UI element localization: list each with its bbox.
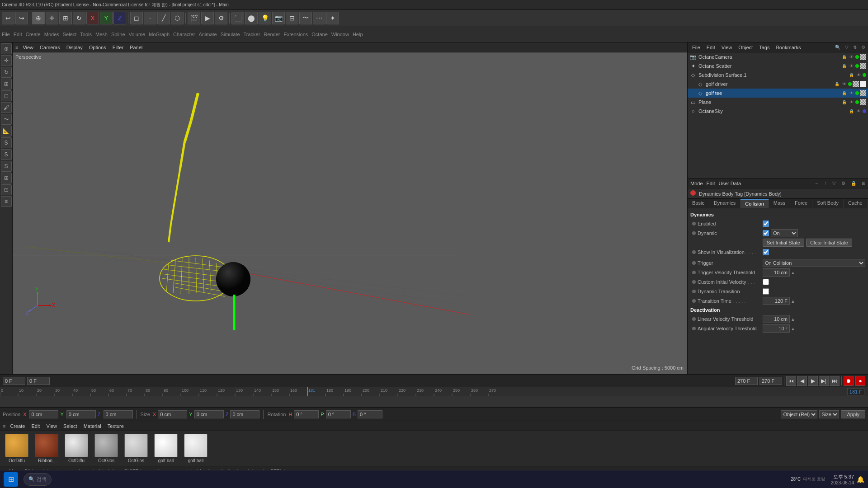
scene-config-icon[interactable]: ⚙ [861, 45, 865, 50]
mat-create-menu[interactable]: Create [8, 423, 27, 429]
sphere-btn[interactable]: ⬤ [245, 12, 258, 24]
goto-end-btn[interactable]: ⏭ [830, 376, 840, 386]
x-size-input[interactable] [158, 410, 187, 418]
scene-item-golftee[interactable]: ◇ golf tee 🔒 👁 [688, 89, 868, 98]
coord-space-select[interactable]: Size [819, 410, 839, 418]
viewport-display-menu[interactable]: Display [65, 45, 85, 50]
tab-collision[interactable]: Collision [741, 199, 769, 208]
left-icon-scale[interactable]: ⊞ [1, 79, 12, 89]
mat-item-0[interactable]: OctDiffu [3, 434, 31, 463]
left-icon-move[interactable]: ✛ [1, 55, 12, 66]
transition-time-input[interactable] [763, 297, 790, 305]
spline-btn[interactable]: 〜 [299, 12, 312, 24]
props-config-icon[interactable]: ⚙ [841, 181, 845, 186]
left-icon-rotate[interactable]: ↻ [1, 67, 12, 78]
left-icon-measure[interactable]: 📐 [1, 126, 12, 136]
menu-volume[interactable]: Volume [129, 32, 146, 37]
left-icon-layer[interactable]: ≡ [1, 196, 12, 207]
viewport-view-menu[interactable]: View [21, 45, 35, 50]
frame-start-input[interactable] [3, 377, 25, 385]
props-up-icon[interactable]: ↑ [825, 181, 827, 186]
camera-btn[interactable]: 📷 [272, 12, 285, 24]
scene-sort-icon[interactable]: ⇅ [853, 45, 857, 50]
scene-object-menu[interactable]: Object [736, 45, 755, 50]
viewport-options-menu[interactable]: Options [87, 45, 108, 50]
light-btn[interactable]: 💡 [259, 12, 271, 24]
mat-select-menu[interactable]: Select [61, 423, 79, 429]
menu-create[interactable]: Create [26, 32, 41, 37]
menu-help[interactable]: Help [353, 32, 363, 37]
poly-mode-btn[interactable]: ⬡ [171, 12, 184, 24]
angular-velocity-input[interactable] [763, 324, 790, 333]
b-rot-input[interactable] [358, 410, 382, 418]
menu-tracker[interactable]: Tracker [244, 32, 260, 37]
scene-item-subdivision[interactable]: ◇ Subdivision Surface.1 🔒 👁 [688, 70, 868, 80]
linear-velocity-up[interactable]: ▲ [791, 317, 795, 322]
goto-start-btn[interactable]: ⏮ [786, 376, 796, 386]
scene-view-menu[interactable]: View [720, 45, 734, 50]
mat-item-3[interactable]: OctGlos [92, 434, 120, 463]
left-icon-paint[interactable]: 🖌 [1, 102, 12, 113]
y-axis-btn[interactable]: Y [100, 12, 113, 24]
coord-system-select[interactable]: Object (Rel) World [781, 410, 817, 418]
apply-transform-btn[interactable]: Apply [841, 410, 865, 418]
trigger-velocity-input[interactable] [763, 268, 790, 277]
search-bar[interactable]: 🔍 검색 [24, 473, 52, 486]
left-icon-snap[interactable]: ⊡ [1, 184, 12, 195]
menu-character[interactable]: Character [173, 32, 195, 37]
left-icon-select[interactable]: ⊕ [1, 43, 12, 54]
move-btn[interactable]: ✛ [46, 12, 58, 24]
viewport-menu-toggle[interactable]: ≡ [15, 45, 18, 50]
undo-btn[interactable]: ↩ [2, 12, 14, 24]
notification-icon[interactable]: 🔔 [857, 476, 864, 483]
model-mode-btn[interactable]: ◻ [130, 12, 143, 24]
mat-item-5[interactable]: golf ball [152, 434, 180, 463]
scene-bookmarks-menu[interactable]: Bookmarks [774, 45, 802, 50]
dynamic-select[interactable]: On Off [771, 229, 798, 237]
trigger-select[interactable]: On Collision Immediately On Trigger [763, 259, 865, 267]
render-view-btn[interactable]: 🎬 [188, 12, 200, 24]
start-button[interactable]: ⊞ [4, 472, 18, 487]
menu-file[interactable]: File [2, 32, 10, 37]
menu-render[interactable]: Render [264, 32, 280, 37]
mat-edit-menu[interactable]: Edit [29, 423, 42, 429]
menu-animate[interactable]: Animate [198, 32, 217, 37]
tab-cache[interactable]: Cache [844, 199, 868, 208]
left-icon-grid[interactable]: ⊞ [1, 173, 12, 183]
transition-time-up[interactable]: ▲ [791, 299, 795, 304]
prev-frame-btn[interactable]: ◀ [797, 376, 807, 386]
mat-texture-menu[interactable]: Texture [106, 423, 126, 429]
record-btn[interactable]: ⏺ [844, 376, 854, 386]
custom-velocity-checkbox[interactable] [763, 279, 769, 285]
tab-force[interactable]: Force [790, 199, 812, 208]
tab-softbody[interactable]: Soft Body [812, 199, 844, 208]
frame-current-input[interactable] [27, 377, 50, 385]
menu-mesh[interactable]: Mesh [95, 32, 108, 37]
tab-mass[interactable]: Mass [769, 199, 790, 208]
viewport-filter-menu[interactable]: Filter [111, 45, 125, 50]
props-filter-icon[interactable]: ▽ [832, 181, 836, 186]
menu-mograph[interactable]: MoGraph [149, 32, 170, 37]
mat-item-6[interactable]: golf ball [182, 434, 210, 463]
tab-dynamics[interactable]: Dynamics [709, 199, 741, 208]
deformer-btn[interactable]: ⋯ [313, 12, 326, 24]
x-pos-input[interactable] [29, 410, 58, 418]
auto-record-btn[interactable]: ● [855, 376, 865, 386]
scene-filter-icon[interactable]: ▽ [845, 45, 849, 50]
scene-item-octanecamera[interactable]: 📷 OctaneCamera 🔒 👁 [688, 52, 868, 61]
scene-tags-menu[interactable]: Tags [757, 45, 771, 50]
h-rot-input[interactable] [294, 410, 319, 418]
dynamic-transition-checkbox[interactable] [763, 288, 769, 295]
scene-item-golfdriver[interactable]: ◇ golf driver 🔒 👁 [688, 80, 868, 89]
show-viz-checkbox[interactable] [763, 249, 769, 255]
menu-spline[interactable]: Spline [111, 32, 125, 37]
menu-octane[interactable]: Octane [311, 32, 327, 37]
linear-velocity-input[interactable] [763, 315, 790, 323]
menu-edit[interactable]: Edit [14, 32, 22, 37]
select-btn[interactable]: ⊕ [32, 12, 45, 24]
left-icon-s3[interactable]: S [1, 161, 12, 172]
p-rot-input[interactable] [326, 410, 351, 418]
menu-extensions[interactable]: Extensions [283, 32, 308, 37]
effector-btn[interactable]: ✦ [326, 12, 339, 24]
point-mode-btn[interactable]: · [144, 12, 156, 24]
